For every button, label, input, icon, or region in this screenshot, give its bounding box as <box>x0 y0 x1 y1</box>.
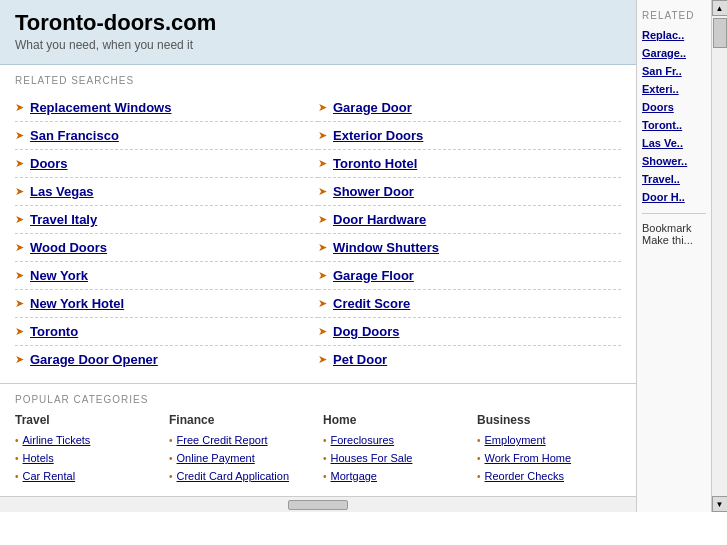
search-link[interactable]: Garage Door <box>333 100 412 115</box>
category-link[interactable]: Work From Home <box>485 452 572 464</box>
list-item: ➤Replacement Windows <box>15 94 318 122</box>
list-item: Houses For Sale <box>323 450 467 465</box>
bookmark-section: Bookmark Make thi... <box>642 213 706 246</box>
category-link[interactable]: Mortgage <box>331 470 377 482</box>
popular-categories-section: POPULAR CATEGORIES TravelAirline Tickets… <box>0 384 636 496</box>
search-link[interactable]: San Francisco <box>30 128 119 143</box>
scrollbar-thumb-v[interactable] <box>713 18 727 48</box>
sidebar-link[interactable]: Garage.. <box>642 47 706 59</box>
category-link[interactable]: Employment <box>485 434 546 446</box>
list-item: Airline Tickets <box>15 432 159 447</box>
category-title: Home <box>323 413 467 427</box>
category-link[interactable]: Online Payment <box>177 452 255 464</box>
category-link[interactable]: Hotels <box>23 452 54 464</box>
search-link[interactable]: Toronto <box>30 324 78 339</box>
horizontal-scrollbar[interactable] <box>0 496 636 512</box>
sidebar-link[interactable]: San Fr.. <box>642 65 706 77</box>
arrow-icon: ➤ <box>318 241 327 254</box>
sidebar-link[interactable]: Doors <box>642 101 706 113</box>
category-link[interactable]: Free Credit Report <box>177 434 268 446</box>
list-item: Hotels <box>15 450 159 465</box>
arrow-icon: ➤ <box>15 185 24 198</box>
search-link[interactable]: Door Hardware <box>333 212 426 227</box>
related-searches-section: RELATED SEARCHES ➤Replacement Windows➤Sa… <box>0 65 636 384</box>
bookmark-subtext: Make thi... <box>642 234 706 246</box>
list-item: ➤Dog Doors <box>318 318 621 346</box>
search-link[interactable]: Window Shutters <box>333 240 439 255</box>
list-item: ➤Pet Door <box>318 346 621 373</box>
arrow-icon: ➤ <box>15 269 24 282</box>
search-link[interactable]: Garage Floor <box>333 268 414 283</box>
arrow-icon: ➤ <box>318 101 327 114</box>
arrow-icon: ➤ <box>15 297 24 310</box>
sidebar-link[interactable]: Travel.. <box>642 173 706 185</box>
list-item: ➤Garage Door Opener <box>15 346 318 373</box>
search-link[interactable]: Wood Doors <box>30 240 107 255</box>
search-link[interactable]: Replacement Windows <box>30 100 171 115</box>
sidebar-link[interactable]: Toront.. <box>642 119 706 131</box>
header: Toronto-doors.com What you need, when yo… <box>0 0 636 65</box>
bookmark-text: Bookmark <box>642 222 706 234</box>
arrow-icon: ➤ <box>15 157 24 170</box>
popular-categories-label: POPULAR CATEGORIES <box>15 394 621 405</box>
search-link[interactable]: New York Hotel <box>30 296 124 311</box>
search-link[interactable]: Credit Score <box>333 296 410 311</box>
arrow-icon: ➤ <box>318 297 327 310</box>
category-link[interactable]: Reorder Checks <box>485 470 564 482</box>
search-link[interactable]: Pet Door <box>333 352 387 367</box>
site-subtitle: What you need, when you need it <box>15 38 621 52</box>
arrow-icon: ➤ <box>15 129 24 142</box>
right-links-column: ➤Garage Door➤Exterior Doors➤Toronto Hote… <box>318 94 621 373</box>
category-title: Business <box>477 413 621 427</box>
list-item: ➤Garage Floor <box>318 262 621 290</box>
list-item: ➤Shower Door <box>318 178 621 206</box>
search-link[interactable]: Toronto Hotel <box>333 156 417 171</box>
sidebar-link[interactable]: Replac.. <box>642 29 706 41</box>
site-title: Toronto-doors.com <box>15 10 621 36</box>
search-link[interactable]: New York <box>30 268 88 283</box>
arrow-icon: ➤ <box>318 129 327 142</box>
left-links-column: ➤Replacement Windows➤San Francisco➤Doors… <box>15 94 318 373</box>
scroll-down-button[interactable]: ▼ <box>712 496 728 512</box>
search-link[interactable]: Doors <box>30 156 68 171</box>
list-item: ➤Toronto <box>15 318 318 346</box>
arrow-icon: ➤ <box>318 325 327 338</box>
search-link[interactable]: Exterior Doors <box>333 128 423 143</box>
search-link[interactable]: Garage Door Opener <box>30 352 158 367</box>
category-column: HomeForeclosuresHouses For SaleMortgage <box>323 413 467 486</box>
list-item: ➤Exterior Doors <box>318 122 621 150</box>
arrow-icon: ➤ <box>15 213 24 226</box>
sidebar-link[interactable]: Las Ve.. <box>642 137 706 149</box>
arrow-icon: ➤ <box>15 353 24 366</box>
arrow-icon: ➤ <box>15 241 24 254</box>
list-item: ➤San Francisco <box>15 122 318 150</box>
category-column: TravelAirline TicketsHotelsCar Rental <box>15 413 159 486</box>
list-item: ➤Door Hardware <box>318 206 621 234</box>
list-item: ➤Doors <box>15 150 318 178</box>
arrow-icon: ➤ <box>15 325 24 338</box>
list-item: ➤New York <box>15 262 318 290</box>
vertical-scrollbar[interactable]: ▲ ▼ <box>711 0 727 512</box>
scroll-up-button[interactable]: ▲ <box>712 0 728 16</box>
sidebar-label: RELATED <box>642 10 706 21</box>
sidebar-link[interactable]: Exteri.. <box>642 83 706 95</box>
sidebar-link[interactable]: Shower.. <box>642 155 706 167</box>
list-item: ➤New York Hotel <box>15 290 318 318</box>
category-link[interactable]: Car Rental <box>23 470 76 482</box>
search-link[interactable]: Las Vegas <box>30 184 94 199</box>
related-searches-label: RELATED SEARCHES <box>15 75 621 86</box>
category-link[interactable]: Houses For Sale <box>331 452 413 464</box>
category-link[interactable]: Credit Card Application <box>177 470 290 482</box>
search-link[interactable]: Travel Italy <box>30 212 97 227</box>
arrow-icon: ➤ <box>15 101 24 114</box>
right-sidebar: RELATED Replac..Garage..San Fr..Exteri..… <box>636 0 711 512</box>
scrollbar-thumb[interactable] <box>288 500 348 510</box>
category-title: Travel <box>15 413 159 427</box>
sidebar-link[interactable]: Door H.. <box>642 191 706 203</box>
list-item: ➤Window Shutters <box>318 234 621 262</box>
category-link[interactable]: Foreclosures <box>331 434 395 446</box>
search-link[interactable]: Dog Doors <box>333 324 399 339</box>
list-item: ➤Garage Door <box>318 94 621 122</box>
category-link[interactable]: Airline Tickets <box>23 434 91 446</box>
search-link[interactable]: Shower Door <box>333 184 414 199</box>
